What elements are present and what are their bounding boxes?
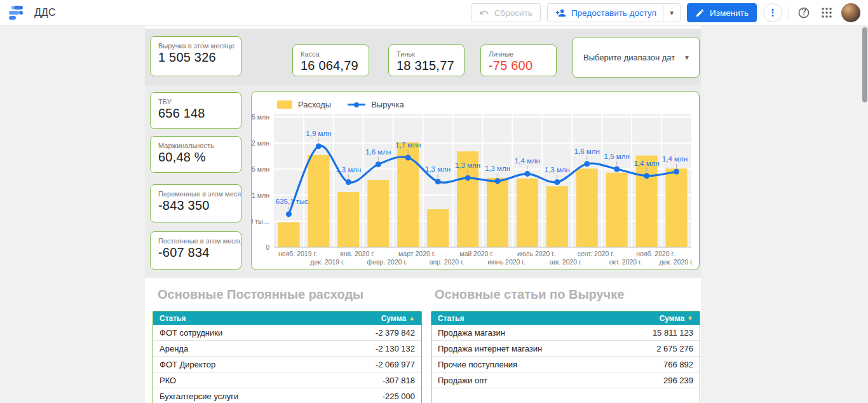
revenue-point-label: 1,3 млн (455, 161, 480, 169)
row-value: -2 069 977 (376, 360, 415, 369)
column-header-sum[interactable]: Сумма ▲ (381, 314, 415, 323)
scorecard-tink: Тиньк 18 315,77 (388, 44, 465, 76)
chevron-down-icon: ▼ (684, 54, 690, 61)
revenue-point (405, 154, 411, 160)
google-apps-grid-button[interactable] (818, 4, 835, 21)
row-label: Аренда (159, 344, 188, 353)
scorecard-fixed-expenses: Постоянные в этом месяце -607 834 (150, 231, 241, 270)
line-series-swatch-icon (348, 100, 365, 109)
chart-plot-area: 0500 ты…1 млн1,5 млн2 млн2,5 млннояб. 20… (252, 92, 699, 270)
scorecard-value: 18 315,77 (389, 58, 464, 73)
x-axis-label: май 2020 г. (459, 250, 494, 257)
row-value: 2 675 276 (656, 344, 693, 353)
y-axis-label: 1 млн (252, 191, 269, 199)
scorecard-value: -75 600 (481, 58, 556, 73)
expenses-revenue-chart[interactable]: 0500 ты…1 млн1,5 млн2 млн2,5 млннояб. 20… (251, 91, 700, 270)
column-header-sum-label: Сумма (381, 314, 406, 323)
expenses-bar (666, 168, 688, 247)
user-avatar[interactable] (841, 3, 860, 22)
legend-item-revenue[interactable]: Выручка (348, 100, 404, 109)
y-axis-label: 2 млн (252, 139, 269, 147)
scorecard-variable-expenses: Переменные в этом месяце -843 350 (150, 184, 241, 222)
x-axis-label: июль 2020 г. (517, 250, 555, 257)
column-header-sum[interactable]: Сумма ▼ (660, 314, 693, 323)
row-value: 15 811 123 (653, 328, 693, 338)
date-range-selector[interactable]: Выберите диапазон дат ▼ (573, 37, 700, 78)
x-axis-label: нояб. 2020 г. (636, 250, 675, 257)
revenue-point (286, 211, 292, 217)
y-axis-label: 500 ты… (252, 217, 269, 225)
expenses-bar (337, 192, 359, 247)
x-axis-label: сент. 2020 г. (578, 250, 614, 257)
row-value: -307 818 (383, 376, 415, 385)
data-studio-logo-icon (8, 4, 24, 21)
more-options-button[interactable]: ⋮ (763, 3, 782, 22)
x-axis-label: дек. 2019 г. (310, 258, 344, 266)
legend-label: Выручка (371, 100, 404, 109)
table-row[interactable]: Бухгалтерсие услуги-225 000 (153, 388, 421, 403)
table-row[interactable]: Продажа интернет магазин2 675 276 (431, 341, 700, 357)
scorecard-tbu: ТБУ 656 148 (150, 92, 241, 129)
share-dropdown-caret[interactable]: ▼ (663, 4, 680, 22)
row-label: Продажи опт (438, 376, 487, 385)
revenue-point (584, 161, 590, 167)
revenue-point (614, 167, 620, 172)
x-axis-label: апр. 2020 г. (430, 258, 465, 266)
table-row[interactable]: Продажи опт296 239 (431, 372, 700, 388)
revenue-point (494, 178, 500, 184)
table-row[interactable]: Прочие поступления766 892 (431, 357, 700, 372)
revenue-point-label: 1,3 млн (336, 166, 361, 174)
apps-grid-icon (821, 7, 832, 18)
vertical-scrollbar[interactable] (862, 26, 868, 403)
scrollbar-thumb[interactable] (862, 27, 867, 102)
table-row[interactable]: Аренда-2 130 132 (153, 341, 421, 357)
row-value: 296 239 (663, 376, 693, 385)
revenue-point-label: 1,7 млн (395, 141, 421, 149)
scorecard-label: Касса (293, 45, 369, 58)
table-row[interactable]: ФОТ Директор-2 069 977 (153, 357, 421, 372)
expenses-bar (308, 155, 329, 247)
share-button[interactable]: Предоставить доступ ▼ (547, 3, 681, 22)
person-add-icon (555, 8, 566, 18)
revenue-point-label: 1,3 млн (545, 166, 570, 174)
reset-button[interactable]: Сбросить (471, 3, 541, 22)
column-header-item[interactable]: Статья (159, 314, 186, 323)
table-body: ФОТ сотрудники-2 379 842Аренда-2 130 132… (153, 325, 421, 403)
table-header-row: Статья Сумма ▲ (153, 311, 421, 325)
help-button[interactable] (796, 4, 812, 21)
edit-button[interactable]: Изменить (687, 3, 757, 22)
x-axis-label: март 2020 г. (398, 250, 435, 257)
revenue-point (554, 179, 560, 185)
revenue-point-label: 1,6 млн (574, 147, 600, 155)
row-label: РКО (159, 376, 176, 385)
table-body: Продажа магазин15 811 123Продажа интерне… (431, 325, 700, 388)
revenue-point-label: 635,1 тыс. (276, 198, 310, 205)
column-header-item[interactable]: Статья (438, 314, 464, 323)
table-row[interactable]: ФОТ сотрудники-2 379 842 (153, 325, 421, 341)
row-label: Продажа магазин (438, 328, 505, 338)
revenue-point (376, 161, 381, 167)
expenses-bar (517, 179, 538, 247)
column-header-sum-label: Сумма (660, 314, 684, 323)
x-axis-label: февр. 2020 г. (367, 258, 407, 266)
table-row[interactable]: РКО-307 818 (153, 372, 421, 388)
pencil-icon (695, 8, 705, 18)
row-label: ФОТ Директор (159, 360, 215, 369)
scorecard-kassa: Касса 16 064,79 (292, 44, 369, 76)
date-range-placeholder: Выберите диапазон дат (583, 53, 675, 62)
scorecard-value: 1 505 326 (151, 50, 241, 65)
revenue-point-label: 1,5 млн (604, 153, 630, 160)
report-canvas: Выручка в этом месяце 1 505 326 Касса 16… (145, 26, 701, 403)
revenue-point-label: 1,3 млн (425, 165, 451, 173)
header-divider (789, 6, 789, 20)
revenue-point-label: 1,3 млн (485, 165, 510, 172)
scorecard-margin: Маржинальность 60,48 % (150, 136, 241, 173)
y-axis-label: 1,5 млн (252, 165, 269, 173)
legend-item-expenses[interactable]: Расходы (277, 100, 331, 109)
legend-label: Расходы (298, 100, 331, 109)
edit-button-label: Изменить (710, 8, 749, 18)
row-value: -2 379 842 (376, 328, 415, 338)
reset-button-label: Сбросить (494, 8, 532, 18)
table-row[interactable]: Продажа магазин15 811 123 (431, 325, 700, 341)
row-label: ФОТ сотрудники (159, 328, 222, 338)
